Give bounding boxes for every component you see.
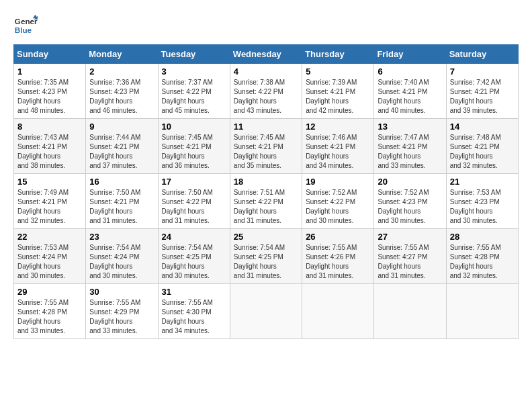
- day-number: 29: [17, 287, 82, 297]
- day-info: Sunrise: 7:50 AMSunset: 4:21 PMDaylight …: [89, 188, 154, 226]
- day-info: Sunrise: 7:52 AMSunset: 4:22 PMDaylight …: [306, 188, 370, 226]
- day-info: Sunrise: 7:38 AMSunset: 4:22 PMDaylight …: [234, 78, 298, 116]
- day-number: 18: [234, 177, 298, 187]
- day-number: 12: [306, 122, 370, 132]
- day-number: 2: [89, 66, 154, 77]
- day-number: 24: [162, 232, 226, 242]
- day-number: 5: [306, 66, 370, 77]
- day-info: Sunrise: 7:45 AMSunset: 4:21 PMDaylight …: [162, 133, 226, 171]
- day-number: 4: [234, 66, 298, 77]
- day-number: 15: [17, 177, 82, 187]
- day-number: 16: [89, 177, 154, 187]
- day-number: 27: [378, 232, 442, 242]
- day-number: 19: [306, 177, 370, 187]
- calendar-cell: [302, 284, 374, 339]
- calendar-week-1: 1Sunrise: 7:35 AMSunset: 4:23 PMDaylight…: [14, 64, 519, 119]
- day-number: 17: [162, 177, 226, 187]
- day-number: 31: [162, 287, 226, 297]
- calendar-cell: 27Sunrise: 7:55 AMSunset: 4:27 PMDayligh…: [374, 229, 446, 284]
- calendar-cell: 3Sunrise: 7:37 AMSunset: 4:22 PMDaylight…: [158, 64, 230, 119]
- calendar-cell: 30Sunrise: 7:55 AMSunset: 4:29 PMDayligh…: [86, 284, 158, 339]
- day-info: Sunrise: 7:45 AMSunset: 4:21 PMDaylight …: [234, 133, 298, 171]
- calendar-cell: 10Sunrise: 7:45 AMSunset: 4:21 PMDayligh…: [158, 119, 230, 174]
- day-info: Sunrise: 7:55 AMSunset: 4:26 PMDaylight …: [306, 243, 370, 281]
- day-number: 8: [17, 122, 82, 132]
- calendar-cell: [446, 284, 518, 339]
- calendar-cell: 17Sunrise: 7:50 AMSunset: 4:22 PMDayligh…: [158, 174, 230, 229]
- calendar-cell: 6Sunrise: 7:40 AMSunset: 4:21 PMDaylight…: [374, 64, 446, 119]
- day-number: 23: [89, 232, 154, 242]
- day-number: 11: [234, 122, 298, 132]
- day-number: 9: [89, 122, 154, 132]
- day-number: 26: [306, 232, 370, 242]
- calendar-cell: 12Sunrise: 7:46 AMSunset: 4:21 PMDayligh…: [302, 119, 374, 174]
- day-number: 1: [17, 66, 82, 77]
- calendar-header-row: SundayMondayTuesdayWednesdayThursdayFrid…: [14, 45, 519, 64]
- calendar-cell: 14Sunrise: 7:48 AMSunset: 4:21 PMDayligh…: [446, 119, 518, 174]
- calendar-cell: 2Sunrise: 7:36 AMSunset: 4:23 PMDaylight…: [86, 64, 158, 119]
- day-info: Sunrise: 7:53 AMSunset: 4:24 PMDaylight …: [17, 243, 82, 281]
- day-number: 10: [162, 122, 226, 132]
- col-header-saturday: Saturday: [446, 45, 518, 64]
- day-info: Sunrise: 7:55 AMSunset: 4:28 PMDaylight …: [450, 243, 515, 281]
- col-header-thursday: Thursday: [302, 45, 374, 64]
- day-info: Sunrise: 7:55 AMSunset: 4:29 PMDaylight …: [89, 298, 154, 336]
- calendar-week-5: 29Sunrise: 7:55 AMSunset: 4:28 PMDayligh…: [14, 284, 519, 339]
- col-header-friday: Friday: [374, 45, 446, 64]
- calendar-cell: 28Sunrise: 7:55 AMSunset: 4:28 PMDayligh…: [446, 229, 518, 284]
- calendar-cell: [230, 284, 302, 339]
- day-number: 6: [378, 66, 442, 77]
- calendar-cell: 18Sunrise: 7:51 AMSunset: 4:22 PMDayligh…: [230, 174, 302, 229]
- col-header-wednesday: Wednesday: [230, 45, 302, 64]
- day-info: Sunrise: 7:36 AMSunset: 4:23 PMDaylight …: [89, 78, 154, 116]
- day-number: 30: [89, 287, 154, 297]
- col-header-sunday: Sunday: [14, 45, 86, 64]
- day-number: 7: [450, 66, 515, 77]
- calendar-cell: 21Sunrise: 7:53 AMSunset: 4:23 PMDayligh…: [446, 174, 518, 229]
- calendar-cell: 1Sunrise: 7:35 AMSunset: 4:23 PMDaylight…: [14, 64, 86, 119]
- day-info: Sunrise: 7:39 AMSunset: 4:21 PMDaylight …: [306, 78, 370, 116]
- header: General Blue: [13, 13, 519, 38]
- calendar-table: SundayMondayTuesdayWednesdayThursdayFrid…: [13, 44, 519, 339]
- day-info: Sunrise: 7:50 AMSunset: 4:22 PMDaylight …: [162, 188, 226, 226]
- day-info: Sunrise: 7:40 AMSunset: 4:21 PMDaylight …: [378, 78, 442, 116]
- day-info: Sunrise: 7:35 AMSunset: 4:23 PMDaylight …: [17, 78, 82, 116]
- calendar-cell: 13Sunrise: 7:47 AMSunset: 4:21 PMDayligh…: [374, 119, 446, 174]
- day-info: Sunrise: 7:54 AMSunset: 4:25 PMDaylight …: [234, 243, 298, 281]
- col-header-tuesday: Tuesday: [158, 45, 230, 64]
- day-number: 25: [234, 232, 298, 242]
- calendar-cell: 4Sunrise: 7:38 AMSunset: 4:22 PMDaylight…: [230, 64, 302, 119]
- day-info: Sunrise: 7:51 AMSunset: 4:22 PMDaylight …: [234, 188, 298, 226]
- calendar-cell: 20Sunrise: 7:52 AMSunset: 4:23 PMDayligh…: [374, 174, 446, 229]
- day-info: Sunrise: 7:44 AMSunset: 4:21 PMDaylight …: [89, 133, 154, 171]
- day-info: Sunrise: 7:54 AMSunset: 4:25 PMDaylight …: [162, 243, 226, 281]
- day-info: Sunrise: 7:53 AMSunset: 4:23 PMDaylight …: [450, 188, 515, 226]
- day-info: Sunrise: 7:54 AMSunset: 4:24 PMDaylight …: [89, 243, 154, 281]
- day-info: Sunrise: 7:55 AMSunset: 4:30 PMDaylight …: [162, 298, 226, 336]
- day-info: Sunrise: 7:55 AMSunset: 4:27 PMDaylight …: [378, 243, 442, 281]
- day-info: Sunrise: 7:48 AMSunset: 4:21 PMDaylight …: [450, 133, 515, 171]
- calendar-week-4: 22Sunrise: 7:53 AMSunset: 4:24 PMDayligh…: [14, 229, 519, 284]
- day-info: Sunrise: 7:52 AMSunset: 4:23 PMDaylight …: [378, 188, 442, 226]
- calendar-week-3: 15Sunrise: 7:49 AMSunset: 4:21 PMDayligh…: [14, 174, 519, 229]
- svg-text:Blue: Blue: [15, 26, 32, 34]
- calendar-cell: 11Sunrise: 7:45 AMSunset: 4:21 PMDayligh…: [230, 119, 302, 174]
- calendar-cell: 19Sunrise: 7:52 AMSunset: 4:22 PMDayligh…: [302, 174, 374, 229]
- logo-icon: General Blue: [13, 13, 38, 38]
- day-info: Sunrise: 7:37 AMSunset: 4:22 PMDaylight …: [162, 78, 226, 116]
- calendar-cell: 24Sunrise: 7:54 AMSunset: 4:25 PMDayligh…: [158, 229, 230, 284]
- day-info: Sunrise: 7:47 AMSunset: 4:21 PMDaylight …: [378, 133, 442, 171]
- day-info: Sunrise: 7:43 AMSunset: 4:21 PMDaylight …: [17, 133, 82, 171]
- calendar-cell: 25Sunrise: 7:54 AMSunset: 4:25 PMDayligh…: [230, 229, 302, 284]
- calendar-cell: 22Sunrise: 7:53 AMSunset: 4:24 PMDayligh…: [14, 229, 86, 284]
- day-number: 21: [450, 177, 515, 187]
- calendar-cell: 23Sunrise: 7:54 AMSunset: 4:24 PMDayligh…: [86, 229, 158, 284]
- calendar-cell: 15Sunrise: 7:49 AMSunset: 4:21 PMDayligh…: [14, 174, 86, 229]
- calendar-cell: 29Sunrise: 7:55 AMSunset: 4:28 PMDayligh…: [14, 284, 86, 339]
- col-header-monday: Monday: [86, 45, 158, 64]
- calendar-cell: 16Sunrise: 7:50 AMSunset: 4:21 PMDayligh…: [86, 174, 158, 229]
- day-number: 28: [450, 232, 515, 242]
- calendar-cell: 9Sunrise: 7:44 AMSunset: 4:21 PMDaylight…: [86, 119, 158, 174]
- calendar-cell: 5Sunrise: 7:39 AMSunset: 4:21 PMDaylight…: [302, 64, 374, 119]
- day-number: 14: [450, 122, 515, 132]
